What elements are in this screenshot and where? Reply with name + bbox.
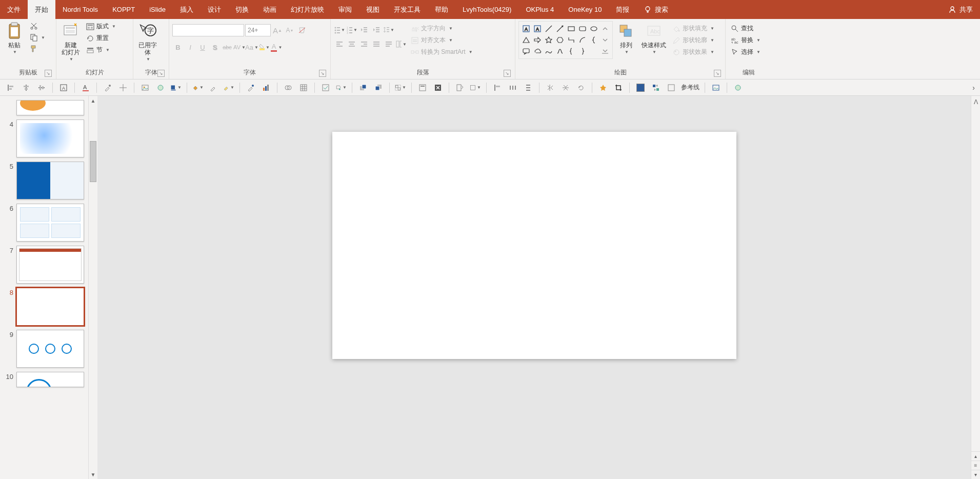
slide-canvas[interactable] xyxy=(332,132,736,359)
thumbnail-scrollbar[interactable]: ▲ ▼ xyxy=(88,96,97,479)
cut-button[interactable] xyxy=(28,21,47,31)
paste-button[interactable]: 粘贴 ▼ xyxy=(3,21,26,55)
dialog-launcher-icon[interactable]: ↘ xyxy=(45,70,52,77)
tab-slideshow[interactable]: 幻灯片放映 xyxy=(284,0,331,19)
shape-line-icon[interactable] xyxy=(544,24,554,34)
qat-align-center-icon[interactable] xyxy=(21,82,32,93)
tab-home[interactable]: 开始 xyxy=(28,0,55,19)
shape-callout-icon[interactable] xyxy=(521,46,531,56)
qat-group-icon[interactable]: ▼ xyxy=(395,82,406,93)
align-center-button[interactable] xyxy=(346,38,357,50)
shape-arc-icon[interactable] xyxy=(577,35,588,45)
shape-curve-icon[interactable] xyxy=(544,46,554,56)
tab-koppt[interactable]: KOPPT xyxy=(105,0,142,19)
char-spacing-button[interactable]: AV▼ xyxy=(234,42,245,53)
qat-swap-icon[interactable] xyxy=(650,82,662,93)
dialog-launcher-icon[interactable]: ↘ xyxy=(714,70,721,77)
align-right-button[interactable] xyxy=(358,38,370,50)
qat-size-icon[interactable]: ▼ xyxy=(470,82,481,93)
qat-edit-shape-icon[interactable]: ▼ xyxy=(335,82,347,93)
slide-thumb-7[interactable]: 7 xyxy=(0,244,88,286)
used-font-button[interactable]: 字 已用字 体 ▼ xyxy=(136,21,159,63)
arrange-button[interactable]: 排列 ▼ xyxy=(615,21,637,55)
qat-table-icon[interactable] xyxy=(298,82,309,93)
increase-font-button[interactable]: A▲ xyxy=(272,25,283,36)
qat-font-color-icon[interactable]: A xyxy=(80,82,91,93)
qat-fill-color-icon[interactable]: ▼ xyxy=(170,82,182,93)
scrollbar-handle[interactable] xyxy=(90,141,96,182)
shape-rightarrow-icon[interactable] xyxy=(532,35,543,45)
dialog-launcher-icon[interactable]: ↘ xyxy=(319,70,326,77)
qat-checkbox-icon[interactable] xyxy=(320,82,331,93)
tab-view[interactable]: 视图 xyxy=(359,0,387,19)
shape-cloud-icon[interactable] xyxy=(532,46,543,56)
qat-color-rect-icon[interactable] xyxy=(635,82,646,93)
tab-review[interactable]: 审阅 xyxy=(331,0,359,19)
qat-image-icon[interactable] xyxy=(710,82,722,93)
tab-lvyhtools[interactable]: LvyhTools(0429) xyxy=(455,0,518,19)
tab-file[interactable]: 文件 xyxy=(0,0,28,19)
qat-flip-h-icon[interactable] xyxy=(545,82,556,93)
scroll-up-icon[interactable]: ▲ xyxy=(89,96,97,105)
dialog-launcher-icon[interactable]: ↘ xyxy=(157,70,165,77)
qat-green-circle-icon[interactable] xyxy=(732,82,744,93)
tab-help[interactable]: 帮助 xyxy=(428,0,455,19)
shape-connector-icon[interactable] xyxy=(566,35,576,45)
dialog-launcher-icon[interactable]: ↘ xyxy=(504,70,511,77)
line-spacing-button[interactable]: ▼ xyxy=(383,24,394,35)
slide-thumb-10[interactable]: 10 xyxy=(0,370,88,389)
reset-button[interactable]: 重置 xyxy=(84,33,118,44)
bold-button[interactable]: B xyxy=(172,42,184,53)
qat-eyedropper2-icon[interactable] xyxy=(208,82,219,93)
shape-arrow-icon[interactable] xyxy=(555,24,565,34)
qat-bring-front-icon[interactable] xyxy=(357,82,369,93)
text-shadow-button[interactable]: S xyxy=(209,42,221,53)
qat-distribute-v-icon[interactable] xyxy=(523,82,534,93)
text-direction-button[interactable]: ABC文字方向▼ xyxy=(409,23,475,34)
qat-overflow-icon[interactable]: › xyxy=(972,84,975,92)
tab-developer[interactable]: 开发工具 xyxy=(387,0,428,19)
replace-button[interactable]: abac替换▼ xyxy=(729,35,763,46)
shape-rbrace-icon[interactable] xyxy=(577,46,588,56)
qat-close-icon[interactable] xyxy=(432,82,444,93)
shape-lbrace-icon[interactable] xyxy=(566,46,576,56)
shape-brace-icon[interactable] xyxy=(589,35,599,45)
layout-button[interactable]: 版式▼ xyxy=(84,21,118,32)
qat-crop-icon[interactable] xyxy=(613,82,624,93)
collapse-ribbon-icon[interactable]: ᐱ xyxy=(971,96,980,108)
font-size-input[interactable] xyxy=(245,24,271,36)
shape-rect-icon[interactable] xyxy=(566,24,576,34)
qat-picture-icon[interactable] xyxy=(139,82,151,93)
tab-okplus[interactable]: OKPlus 4 xyxy=(518,0,561,19)
copy-button[interactable]: ▼ xyxy=(28,32,47,43)
slide-thumb-6[interactable]: 6 xyxy=(0,202,88,244)
gallery-scroll-up-icon[interactable] xyxy=(600,24,610,34)
share-button[interactable]: 共享 xyxy=(941,0,980,19)
qat-textbox-icon[interactable]: A xyxy=(58,82,69,93)
qat-send-back-icon[interactable] xyxy=(373,82,384,93)
bullets-button[interactable]: ▼ xyxy=(334,24,345,35)
shape-outline-button[interactable]: 形状轮廓▼ xyxy=(670,35,716,46)
shape-freeform-icon[interactable] xyxy=(555,46,565,56)
qat-shape-fill-icon[interactable]: ▼ xyxy=(192,82,204,93)
qat-checkbox2-icon[interactable] xyxy=(666,82,677,93)
slide-thumb-4[interactable]: 4 xyxy=(0,117,88,159)
shape-textbox-icon[interactable]: A xyxy=(521,24,531,34)
tab-transition[interactable]: 切换 xyxy=(228,0,256,19)
tab-islide[interactable]: iSlide xyxy=(142,0,173,19)
tab-insert[interactable]: 插入 xyxy=(173,0,201,19)
gallery-more-icon[interactable] xyxy=(600,46,610,56)
slide-thumb-9[interactable]: 9 xyxy=(0,328,88,370)
select-button[interactable]: 选择▼ xyxy=(729,47,763,57)
shape-effects-button[interactable]: 形状效果▼ xyxy=(670,47,716,57)
shape-fill-button[interactable]: 形状填充▼ xyxy=(670,23,716,34)
distribute-button[interactable] xyxy=(383,38,394,50)
change-case-button[interactable]: Aa▼ xyxy=(246,42,257,53)
clear-format-button[interactable] xyxy=(296,25,308,36)
qat-eyedropper3-icon[interactable] xyxy=(245,82,256,93)
shape-triangle-icon[interactable] xyxy=(521,35,531,45)
gallery-scroll-down-icon[interactable] xyxy=(600,35,610,45)
slide-thumb-8[interactable]: 8 xyxy=(0,286,88,328)
scroll-down-icon[interactable]: ▼ xyxy=(89,470,97,479)
fit-icon[interactable]: ≡ xyxy=(971,461,980,470)
